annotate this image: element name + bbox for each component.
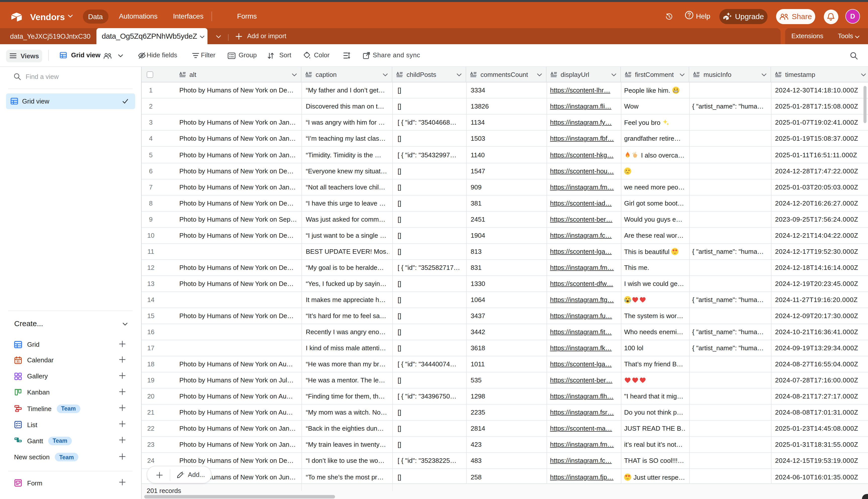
svg-text:31: 31 xyxy=(16,360,20,363)
